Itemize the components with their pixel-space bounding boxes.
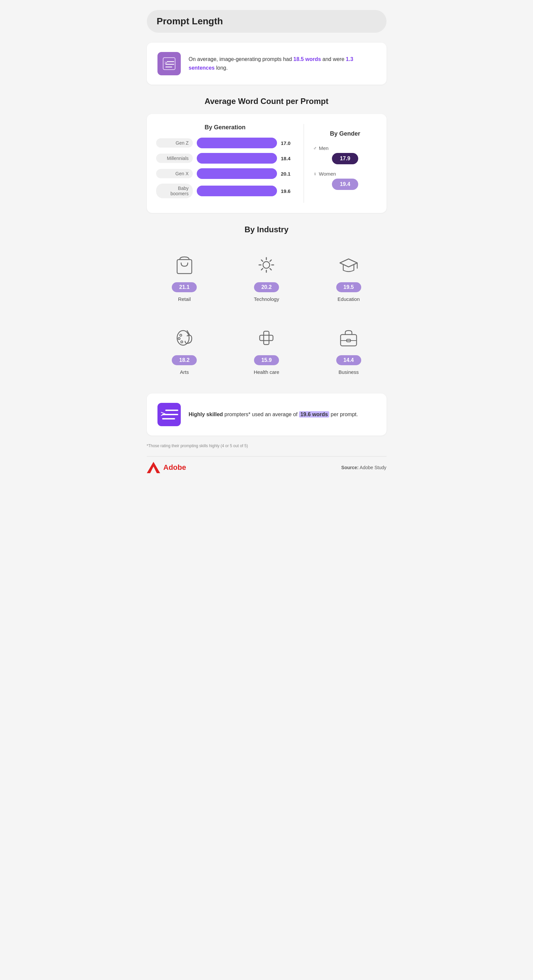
industry-value: 20.2 bbox=[254, 282, 279, 292]
industry-name: Arts bbox=[180, 369, 189, 375]
svg-text:>: > bbox=[160, 409, 165, 418]
footer: Adobe Source: Adobe Study bbox=[147, 456, 387, 473]
industry-card: 18.2Arts bbox=[147, 315, 222, 382]
svg-rect-15 bbox=[260, 335, 273, 340]
bar-value: 18.4 bbox=[281, 156, 294, 161]
palette-icon bbox=[171, 325, 198, 351]
footnote: *Those rating their prompting skills hig… bbox=[147, 442, 387, 448]
gender-item: ♀Women19.4 bbox=[313, 171, 377, 190]
industry-value: 14.4 bbox=[336, 355, 361, 365]
industry-grid: 21.1Retail20.2Technology19.5Education18.… bbox=[147, 242, 387, 382]
mortarboard-icon bbox=[335, 251, 362, 278]
svg-point-12 bbox=[181, 341, 183, 343]
svg-point-11 bbox=[178, 337, 180, 340]
info-card: > On average, image-generating prompts h… bbox=[147, 43, 387, 84]
industry-value: 15.9 bbox=[254, 355, 279, 365]
prompt-icon: > bbox=[157, 52, 181, 75]
gender-value: 17.9 bbox=[332, 153, 358, 164]
svg-rect-14 bbox=[264, 331, 269, 345]
by-generation: By Generation Gen Z17.0Millennials18.4Ge… bbox=[156, 124, 304, 203]
bar-value: 20.1 bbox=[281, 171, 294, 177]
svg-marker-7 bbox=[340, 259, 357, 267]
industry-value: 21.1 bbox=[172, 282, 197, 292]
bars-container: Gen Z17.0Millennials18.4Gen X20.1Baby bo… bbox=[156, 138, 294, 198]
bar-row: Gen Z17.0 bbox=[156, 138, 294, 148]
chart-section: By Generation Gen Z17.0Millennials18.4Ge… bbox=[147, 114, 387, 213]
bar-label: Baby boomers bbox=[156, 184, 193, 198]
industry-section: By Industry 21.1Retail20.2Technology19.5… bbox=[147, 225, 387, 382]
bar-track bbox=[197, 153, 277, 164]
gear-icon bbox=[253, 251, 280, 278]
industry-value: 19.5 bbox=[336, 282, 361, 292]
bar-value: 19.6 bbox=[281, 188, 294, 194]
bar-label: Millennials bbox=[156, 154, 193, 163]
adobe-logo: Adobe bbox=[147, 462, 186, 473]
industry-name: Technology bbox=[254, 296, 279, 302]
industry-value: 18.2 bbox=[172, 355, 197, 365]
bar-row: Millennials18.4 bbox=[156, 153, 294, 164]
gender-label: ♀Women bbox=[313, 171, 377, 177]
industry-name: Business bbox=[339, 369, 359, 375]
bar-row: Gen X20.1 bbox=[156, 168, 294, 179]
skilled-icon: > bbox=[157, 403, 181, 426]
title-box: Prompt Length bbox=[147, 10, 387, 33]
info-text: On average, image-generating prompts had… bbox=[189, 55, 376, 72]
bottom-text: Highly skilled prompters* used an averag… bbox=[189, 410, 358, 419]
gender-container: ♂Men17.9♀Women19.4 bbox=[313, 145, 377, 197]
industry-name: Education bbox=[338, 296, 360, 302]
industry-card: 20.2Technology bbox=[229, 242, 304, 309]
bar-track bbox=[197, 168, 277, 179]
average-word-count-section: Average Word Count per Prompt By Generat… bbox=[147, 97, 387, 213]
by-gender-heading: By Gender bbox=[313, 130, 377, 137]
bar-value: 17.0 bbox=[281, 140, 294, 146]
page-title: Prompt Length bbox=[157, 16, 376, 27]
adobe-label: Adobe bbox=[163, 463, 186, 472]
svg-point-6 bbox=[263, 262, 270, 268]
gender-label: ♂Men bbox=[313, 145, 377, 151]
words-highlight: 18.5 words bbox=[293, 56, 321, 62]
gender-item: ♂Men17.9 bbox=[313, 145, 377, 164]
bar-track bbox=[197, 138, 277, 148]
industry-card: 15.9Health care bbox=[229, 315, 304, 382]
gender-value: 19.4 bbox=[332, 178, 358, 190]
by-industry-heading: By Industry bbox=[147, 225, 387, 234]
bar-label: Gen Z bbox=[156, 138, 193, 148]
industry-card: 14.4Business bbox=[311, 315, 387, 382]
briefcase-icon bbox=[335, 325, 362, 351]
bag-icon bbox=[171, 251, 198, 278]
by-gender: By Gender ♂Men17.9♀Women19.4 bbox=[304, 124, 377, 203]
svg-point-10 bbox=[180, 334, 182, 336]
industry-name: Retail bbox=[178, 296, 191, 302]
bar-track bbox=[197, 186, 277, 196]
by-generation-heading: By Generation bbox=[156, 124, 294, 131]
industry-card: 19.5Education bbox=[311, 242, 387, 309]
source-text: Source: Adobe Study bbox=[341, 465, 386, 470]
cross-icon bbox=[253, 325, 280, 351]
svg-marker-23 bbox=[147, 462, 160, 473]
industry-card: 21.1Retail bbox=[147, 242, 222, 309]
bar-label: Gen X bbox=[156, 169, 193, 178]
adobe-icon bbox=[147, 462, 160, 473]
industry-name: Health care bbox=[254, 369, 279, 375]
bar-row: Baby boomers19.6 bbox=[156, 184, 294, 198]
bottom-card: > Highly skilled prompters* used an aver… bbox=[147, 393, 387, 436]
avg-word-count-heading: Average Word Count per Prompt bbox=[147, 97, 387, 106]
